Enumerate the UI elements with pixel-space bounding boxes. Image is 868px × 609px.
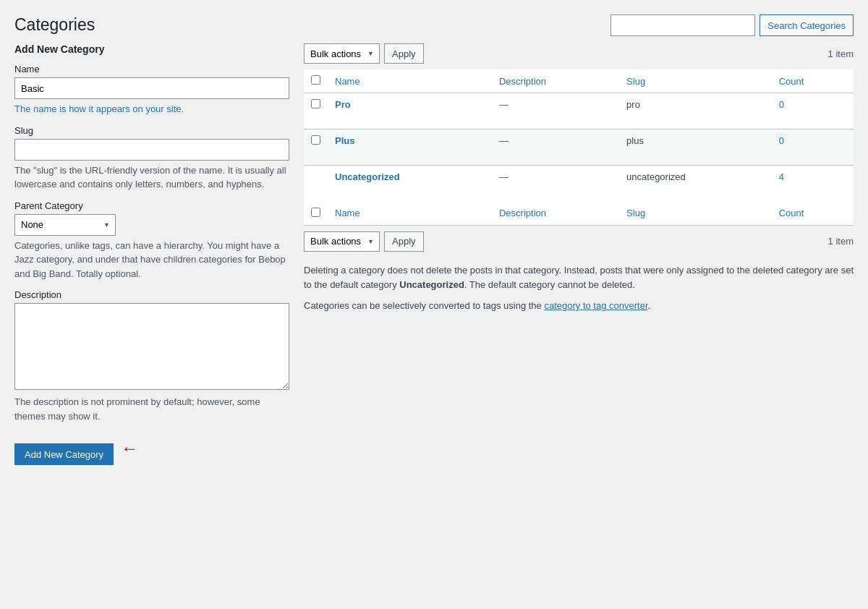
slug-field: Slug The "slug" is the URL-friendly vers… xyxy=(14,125,289,192)
search-area: Search Categories xyxy=(610,14,854,36)
select-all-checkbox-bottom[interactable] xyxy=(311,208,320,217)
select-all-checkbox-top[interactable] xyxy=(311,75,320,85)
bottom-bulk-actions-select[interactable]: Bulk actions xyxy=(304,231,380,252)
categories-table: Name Description Slug Count Pro xyxy=(304,69,854,226)
slug-hint: The "slug" is the URL-friendly version o… xyxy=(14,163,289,192)
row-count-link[interactable]: 0 xyxy=(779,99,784,110)
table-row: Pro — pro 0 xyxy=(304,93,854,129)
row-count-link[interactable]: 0 xyxy=(779,135,784,146)
page-title: Categories xyxy=(14,14,95,36)
table-footer-row: Name Description Slug Count xyxy=(304,202,854,226)
row-checkbox-cell xyxy=(304,166,328,202)
bottom-apply-button[interactable]: Apply xyxy=(384,231,424,252)
footer-checkbox-cell xyxy=(304,202,328,226)
top-tablenav-left: Bulk actions Apply xyxy=(304,43,424,64)
add-new-category-button[interactable]: Add New Category xyxy=(14,443,114,465)
table-row: Plus — plus 0 xyxy=(304,129,854,166)
name-input[interactable] xyxy=(14,77,289,99)
header-description[interactable]: Description xyxy=(492,69,619,93)
footer-slug[interactable]: Slug xyxy=(619,202,772,226)
name-hint: The name is how it appears on your site. xyxy=(14,102,289,116)
bottom-item-count: 1 item xyxy=(828,236,854,247)
row-count-cell: 0 xyxy=(772,129,854,166)
info-paragraph-2: Categories can be selectively converted … xyxy=(304,299,854,314)
row-count-cell: 0 xyxy=(772,93,854,129)
category-tag-converter-link[interactable]: category to tag converter xyxy=(544,300,647,311)
description-hint: The description is not prominent by defa… xyxy=(14,395,289,423)
parent-category-field: Parent Category None Categories, unlike … xyxy=(14,200,289,281)
row-checkbox-cell xyxy=(304,129,328,166)
parent-category-select[interactable]: None xyxy=(14,214,116,236)
footer-count[interactable]: Count xyxy=(772,202,854,226)
header-slug[interactable]: Slug xyxy=(619,69,772,93)
row-slug-cell: pro xyxy=(619,93,772,129)
row-name-cell: Plus xyxy=(328,129,492,166)
parent-category-label: Parent Category xyxy=(14,200,289,211)
info-paragraph-1: Deleting a category does not delete the … xyxy=(304,263,854,294)
category-name-link[interactable]: Plus xyxy=(335,135,354,146)
footer-description[interactable]: Description xyxy=(492,202,619,226)
row-slug-cell: uncategorized xyxy=(619,166,772,202)
top-bulk-actions-select[interactable]: Bulk actions xyxy=(304,43,380,64)
row-description-cell: — xyxy=(492,129,619,166)
row-description-cell: — xyxy=(492,93,619,129)
search-categories-input[interactable] xyxy=(610,14,755,36)
top-item-count: 1 item xyxy=(828,48,854,59)
info-text-2: . The default category cannot be deleted… xyxy=(464,279,635,290)
description-label: Description xyxy=(14,289,289,300)
add-new-category-title: Add New Category xyxy=(14,43,289,55)
parent-category-hint: Categories, unlike tags, can have a hier… xyxy=(14,239,289,281)
category-name-link[interactable]: Pro xyxy=(335,99,351,110)
description-textarea[interactable] xyxy=(14,303,289,390)
top-bulk-select-wrap: Bulk actions xyxy=(304,43,380,64)
search-categories-button[interactable]: Search Categories xyxy=(760,14,854,36)
add-category-panel: Add New Category Name The name is how it… xyxy=(14,43,289,465)
info-text-4: . xyxy=(648,300,651,311)
table-row: Uncategorized — uncategorized 4 xyxy=(304,166,854,202)
arrow-indicator: ← xyxy=(121,438,138,459)
row-name-cell: Pro xyxy=(328,93,492,129)
row-description-cell: — xyxy=(492,166,619,202)
row-checkbox[interactable] xyxy=(311,135,320,145)
slug-input[interactable] xyxy=(14,139,289,161)
bottom-tablenav: Bulk actions Apply 1 item xyxy=(304,231,854,252)
row-checkbox[interactable] xyxy=(311,99,320,108)
info-section: Deleting a category does not delete the … xyxy=(304,263,854,314)
table-header-row: Name Description Slug Count xyxy=(304,69,854,93)
categories-table-panel: Bulk actions Apply 1 item Name Descripti… xyxy=(304,43,854,320)
name-label: Name xyxy=(14,64,289,74)
bottom-tablenav-left: Bulk actions Apply xyxy=(304,231,424,252)
row-count-link[interactable]: 4 xyxy=(779,171,784,182)
header-checkbox-cell xyxy=(304,69,328,93)
top-apply-button[interactable]: Apply xyxy=(384,43,424,64)
row-checkbox-cell xyxy=(304,93,328,129)
row-slug-cell: plus xyxy=(619,129,772,166)
category-name-link[interactable]: Uncategorized xyxy=(335,171,400,182)
header-name[interactable]: Name xyxy=(328,69,492,93)
description-field: Description The description is not promi… xyxy=(14,289,289,423)
top-tablenav: Bulk actions Apply 1 item xyxy=(304,43,854,64)
footer-name[interactable]: Name xyxy=(328,202,492,226)
slug-label: Slug xyxy=(14,125,289,136)
row-count-cell: 4 xyxy=(772,166,854,202)
header-count[interactable]: Count xyxy=(772,69,854,93)
info-bold-text: Uncategorized xyxy=(399,279,464,290)
info-text-3: Categories can be selectively converted … xyxy=(304,300,544,311)
bottom-bulk-select-wrap: Bulk actions xyxy=(304,231,380,252)
row-name-cell: Uncategorized xyxy=(328,166,492,202)
name-field: Name The name is how it appears on your … xyxy=(14,64,289,116)
parent-category-select-wrap: None xyxy=(14,214,116,236)
